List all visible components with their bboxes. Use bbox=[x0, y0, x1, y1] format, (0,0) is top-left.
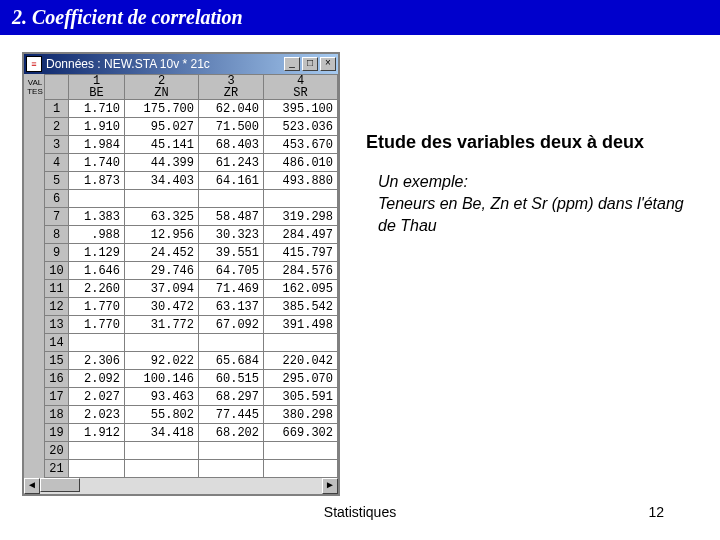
cell[interactable] bbox=[69, 334, 125, 352]
cell[interactable]: 39.551 bbox=[199, 244, 264, 262]
cell[interactable]: 65.684 bbox=[199, 352, 264, 370]
cell[interactable] bbox=[125, 442, 199, 460]
cell[interactable]: 63.137 bbox=[199, 298, 264, 316]
scroll-track[interactable] bbox=[40, 478, 322, 494]
cell[interactable]: 395.100 bbox=[264, 100, 338, 118]
table-row[interactable]: 11.710175.70062.040395.100 bbox=[45, 100, 338, 118]
table-row[interactable]: 14 bbox=[45, 334, 338, 352]
table-row[interactable]: 6 bbox=[45, 190, 338, 208]
col-header-3[interactable]: 3ZR bbox=[199, 75, 264, 100]
cell[interactable]: 295.070 bbox=[264, 370, 338, 388]
table-row[interactable]: 41.74044.39961.243486.010 bbox=[45, 154, 338, 172]
cell[interactable]: 2.023 bbox=[69, 406, 125, 424]
row-header[interactable]: 21 bbox=[45, 460, 69, 478]
maximize-button[interactable]: □ bbox=[302, 57, 318, 71]
cell[interactable] bbox=[199, 334, 264, 352]
cell[interactable]: 61.243 bbox=[199, 154, 264, 172]
cell[interactable]: 1.984 bbox=[69, 136, 125, 154]
table-row[interactable]: 112.26037.09471.469162.095 bbox=[45, 280, 338, 298]
cell[interactable]: 12.956 bbox=[125, 226, 199, 244]
cell[interactable]: 284.576 bbox=[264, 262, 338, 280]
cell[interactable]: 391.498 bbox=[264, 316, 338, 334]
cell[interactable]: 92.022 bbox=[125, 352, 199, 370]
cell[interactable] bbox=[264, 334, 338, 352]
row-header[interactable]: 16 bbox=[45, 370, 69, 388]
cell[interactable]: 2.027 bbox=[69, 388, 125, 406]
cell[interactable]: 1.910 bbox=[69, 118, 125, 136]
row-header[interactable]: 17 bbox=[45, 388, 69, 406]
col-header-4[interactable]: 4SR bbox=[264, 75, 338, 100]
cell[interactable]: 1.710 bbox=[69, 100, 125, 118]
cell[interactable]: 31.772 bbox=[125, 316, 199, 334]
table-row[interactable]: 51.87334.40364.161493.880 bbox=[45, 172, 338, 190]
cell[interactable]: 162.095 bbox=[264, 280, 338, 298]
col-header-1[interactable]: 1BE bbox=[69, 75, 125, 100]
cell[interactable]: 305.591 bbox=[264, 388, 338, 406]
cell[interactable]: 77.445 bbox=[199, 406, 264, 424]
cell[interactable]: 93.463 bbox=[125, 388, 199, 406]
cell[interactable] bbox=[125, 334, 199, 352]
cell[interactable]: 30.472 bbox=[125, 298, 199, 316]
cell[interactable]: 380.298 bbox=[264, 406, 338, 424]
cell[interactable]: 34.418 bbox=[125, 424, 199, 442]
table-row[interactable]: 101.64629.74664.705284.576 bbox=[45, 262, 338, 280]
table-row[interactable]: 162.092100.14660.515295.070 bbox=[45, 370, 338, 388]
row-header[interactable]: 7 bbox=[45, 208, 69, 226]
cell[interactable] bbox=[199, 442, 264, 460]
cell[interactable]: 2.260 bbox=[69, 280, 125, 298]
cell[interactable] bbox=[69, 190, 125, 208]
cell[interactable]: 58.487 bbox=[199, 208, 264, 226]
row-header[interactable]: 5 bbox=[45, 172, 69, 190]
row-header[interactable]: 11 bbox=[45, 280, 69, 298]
cell[interactable] bbox=[264, 460, 338, 478]
cell[interactable]: 71.500 bbox=[199, 118, 264, 136]
cell[interactable]: 1.646 bbox=[69, 262, 125, 280]
cell[interactable]: 29.746 bbox=[125, 262, 199, 280]
table-row[interactable]: 8.98812.95630.323284.497 bbox=[45, 226, 338, 244]
cell[interactable]: 55.802 bbox=[125, 406, 199, 424]
cell[interactable] bbox=[125, 190, 199, 208]
cell[interactable]: 1.770 bbox=[69, 298, 125, 316]
cell[interactable]: 68.297 bbox=[199, 388, 264, 406]
cell[interactable] bbox=[199, 460, 264, 478]
row-header[interactable]: 2 bbox=[45, 118, 69, 136]
row-header[interactable]: 14 bbox=[45, 334, 69, 352]
table-row[interactable]: 191.91234.41868.202669.302 bbox=[45, 424, 338, 442]
row-header[interactable]: 4 bbox=[45, 154, 69, 172]
cell[interactable]: 45.141 bbox=[125, 136, 199, 154]
cell[interactable] bbox=[264, 442, 338, 460]
row-header[interactable]: 6 bbox=[45, 190, 69, 208]
cell[interactable]: 67.092 bbox=[199, 316, 264, 334]
table-row[interactable]: 182.02355.80277.445380.298 bbox=[45, 406, 338, 424]
col-header-2[interactable]: 2ZN bbox=[125, 75, 199, 100]
cell[interactable]: 44.399 bbox=[125, 154, 199, 172]
table-row[interactable]: 21.91095.02771.500523.036 bbox=[45, 118, 338, 136]
cell[interactable]: 1.873 bbox=[69, 172, 125, 190]
cell[interactable]: 175.700 bbox=[125, 100, 199, 118]
horizontal-scrollbar[interactable]: ◄ ► bbox=[24, 478, 338, 494]
table-row[interactable]: 20 bbox=[45, 442, 338, 460]
close-button[interactable]: × bbox=[320, 57, 336, 71]
row-header[interactable]: 9 bbox=[45, 244, 69, 262]
table-row[interactable]: 131.77031.77267.092391.498 bbox=[45, 316, 338, 334]
cell[interactable]: 100.146 bbox=[125, 370, 199, 388]
cell[interactable]: 71.469 bbox=[199, 280, 264, 298]
cell[interactable]: 493.880 bbox=[264, 172, 338, 190]
cell[interactable] bbox=[69, 442, 125, 460]
data-grid[interactable]: 1BE 2ZN 3ZR 4SR 11.710175.70062.040395.1… bbox=[44, 74, 338, 478]
cell[interactable]: 63.325 bbox=[125, 208, 199, 226]
table-row[interactable]: 152.30692.02265.684220.042 bbox=[45, 352, 338, 370]
row-header[interactable]: 18 bbox=[45, 406, 69, 424]
row-header[interactable]: 13 bbox=[45, 316, 69, 334]
cell[interactable]: 385.542 bbox=[264, 298, 338, 316]
row-header[interactable]: 20 bbox=[45, 442, 69, 460]
cell[interactable]: 24.452 bbox=[125, 244, 199, 262]
row-header[interactable]: 10 bbox=[45, 262, 69, 280]
cell[interactable]: 62.040 bbox=[199, 100, 264, 118]
cell[interactable]: 37.094 bbox=[125, 280, 199, 298]
cell[interactable]: 1.912 bbox=[69, 424, 125, 442]
cell[interactable] bbox=[199, 190, 264, 208]
row-header[interactable]: 12 bbox=[45, 298, 69, 316]
scroll-left-button[interactable]: ◄ bbox=[24, 478, 40, 494]
cell[interactable] bbox=[69, 460, 125, 478]
